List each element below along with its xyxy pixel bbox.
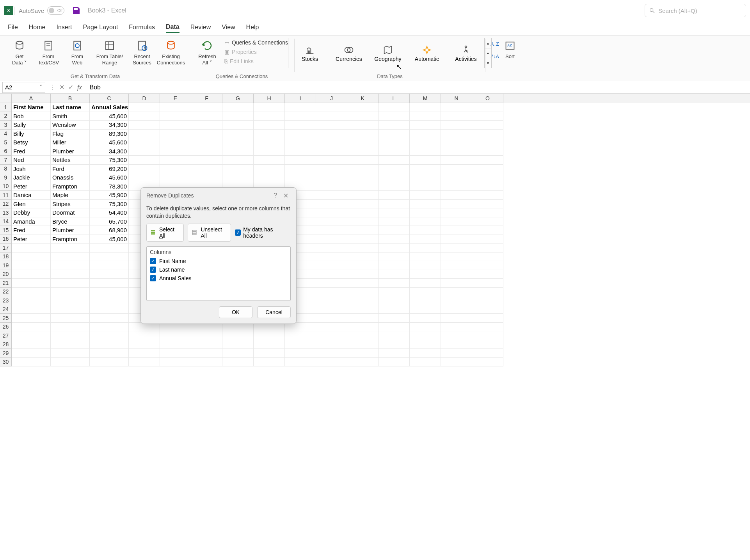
cell[interactable] (347, 191, 379, 200)
cell[interactable] (441, 358, 472, 367)
column-header-I[interactable]: I (285, 94, 316, 103)
cell[interactable]: Ford (51, 165, 90, 174)
cell[interactable]: Plumber (51, 147, 90, 156)
cell[interactable] (410, 147, 441, 156)
cell[interactable] (347, 208, 379, 217)
cell[interactable] (410, 200, 441, 209)
cell[interactable] (472, 121, 503, 130)
data-types-gallery[interactable]: StocksCurrenciesGeographyAutomaticActivi… (288, 38, 492, 68)
cell[interactable] (90, 340, 129, 349)
ribbon-from-button[interactable]: FromText/CSV (34, 37, 62, 66)
cell[interactable] (191, 165, 222, 174)
cell[interactable] (222, 112, 254, 121)
cell[interactable] (441, 208, 472, 217)
cell[interactable] (472, 217, 503, 226)
cell[interactable] (160, 156, 191, 165)
row-header[interactable]: 11 (0, 191, 12, 200)
cell[interactable] (472, 130, 503, 139)
cell[interactable] (379, 270, 410, 279)
cell[interactable] (12, 314, 51, 323)
cell[interactable] (347, 200, 379, 209)
cell[interactable] (316, 235, 347, 244)
cell[interactable] (191, 349, 222, 358)
cell[interactable]: Amanda (12, 217, 51, 226)
cell[interactable] (472, 252, 503, 261)
cell[interactable] (347, 270, 379, 279)
cell[interactable] (379, 323, 410, 332)
cell[interactable] (410, 340, 441, 349)
cell[interactable] (410, 173, 441, 182)
column-checkbox-last-name[interactable]: ✓Last name (150, 265, 287, 274)
cell[interactable] (51, 296, 90, 305)
cell[interactable] (254, 138, 285, 147)
column-header-D[interactable]: D (129, 94, 160, 103)
row-header[interactable]: 27 (0, 331, 12, 340)
cell[interactable] (472, 323, 503, 332)
cell[interactable] (441, 252, 472, 261)
cell[interactable] (410, 323, 441, 332)
row-header[interactable]: 2 (0, 112, 12, 121)
cell[interactable] (379, 156, 410, 165)
cell[interactable] (347, 323, 379, 332)
cell[interactable] (254, 165, 285, 174)
cell[interactable] (379, 208, 410, 217)
cell[interactable]: Smith (51, 112, 90, 121)
cell[interactable] (379, 235, 410, 244)
cell[interactable] (12, 288, 51, 297)
cell[interactable] (285, 340, 316, 349)
cell[interactable]: 78,300 (90, 182, 129, 191)
cell[interactable]: Maple (51, 191, 90, 200)
cell[interactable] (90, 331, 129, 340)
cell[interactable] (51, 305, 90, 314)
cell[interactable] (472, 103, 503, 112)
row-header[interactable]: 15 (0, 226, 12, 235)
cell[interactable]: Bob (12, 112, 51, 121)
ribbon-from-table--button[interactable]: From Table/Range (92, 37, 127, 66)
cell[interactable] (441, 226, 472, 235)
cell[interactable] (347, 314, 379, 323)
cell[interactable] (472, 182, 503, 191)
cell[interactable] (441, 340, 472, 349)
cell[interactable] (254, 147, 285, 156)
cell[interactable] (285, 173, 316, 182)
cell[interactable] (472, 270, 503, 279)
cell[interactable] (285, 331, 316, 340)
cell[interactable] (191, 331, 222, 340)
cell[interactable] (51, 244, 90, 252)
cell[interactable] (410, 217, 441, 226)
cell[interactable] (316, 279, 347, 288)
cell[interactable] (316, 323, 347, 332)
cell[interactable] (472, 138, 503, 147)
cell[interactable] (285, 112, 316, 121)
cell[interactable] (285, 138, 316, 147)
cell[interactable] (379, 349, 410, 358)
cell[interactable] (410, 270, 441, 279)
cell[interactable] (285, 130, 316, 139)
column-header-N[interactable]: N (441, 94, 472, 103)
row-header[interactable]: 24 (0, 305, 12, 314)
cell[interactable]: Bryce (51, 217, 90, 226)
row-header[interactable]: 26 (0, 323, 12, 332)
cell[interactable] (410, 279, 441, 288)
column-header-M[interactable]: M (410, 94, 441, 103)
cell[interactable] (222, 103, 254, 112)
cell[interactable] (285, 358, 316, 367)
cell[interactable] (222, 349, 254, 358)
cell[interactable] (379, 121, 410, 130)
cell[interactable]: Fred (12, 147, 51, 156)
cell[interactable] (51, 340, 90, 349)
row-header[interactable]: 25 (0, 314, 12, 323)
cell[interactable] (160, 103, 191, 112)
cell[interactable] (441, 314, 472, 323)
cell[interactable] (347, 331, 379, 340)
cell[interactable] (129, 165, 160, 174)
datatype-geography[interactable]: Geography (370, 44, 405, 62)
cell[interactable] (222, 147, 254, 156)
cell[interactable] (51, 331, 90, 340)
cell[interactable] (410, 244, 441, 252)
cell[interactable]: Josh (12, 165, 51, 174)
cell[interactable] (160, 349, 191, 358)
tab-file[interactable]: File (8, 24, 18, 32)
select-all-cell[interactable] (0, 94, 12, 103)
cell[interactable] (316, 191, 347, 200)
